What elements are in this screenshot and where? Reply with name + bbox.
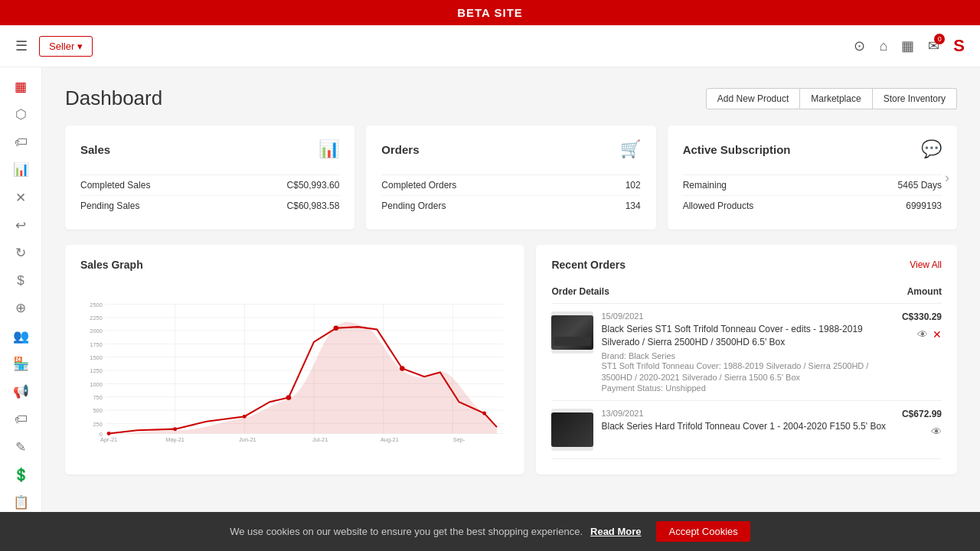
cookie-banner: We use cookies on our website to ensure … [0, 512, 980, 551]
order-date-2: 13/09/2021 [601, 409, 893, 418]
order-product-image [551, 311, 593, 354]
sidebar-item-return[interactable]: ↩ [5, 214, 36, 236]
next-arrow-icon[interactable]: › [945, 170, 949, 186]
hamburger-icon[interactable]: ☰ [15, 37, 28, 54]
orders-title: Orders [381, 143, 419, 156]
sales-graph-card: Sales Graph [65, 245, 524, 474]
sales-title: Sales [80, 143, 110, 156]
sidebar-item-price[interactable]: 💲 [5, 463, 36, 486]
svg-text:Jun-21: Jun-21 [239, 436, 256, 443]
tonneau-cover-image [551, 315, 593, 350]
remaining-row: Remaining 5465 Days [683, 174, 942, 195]
top-navigation: ☰ Seller ▾ ⊙ ⌂ ▦ ✉ 0 S [0, 25, 980, 67]
view-all-link[interactable]: View All [910, 259, 942, 270]
order-details-header: Order Details [551, 286, 609, 297]
seller-button[interactable]: Seller ▾ [39, 36, 93, 57]
cookie-message: We use cookies on our website to ensure … [230, 526, 583, 537]
speedometer-icon[interactable]: ⊙ [854, 37, 865, 54]
order-info: 15/09/2021 Black Series ST1 Soft Trifold… [601, 311, 893, 393]
svg-point-29 [243, 415, 247, 419]
calendar-icon[interactable]: ▦ [901, 37, 914, 54]
completed-sales-value: C$50,993.60 [287, 180, 340, 191]
tonneau-cover-image-2 [551, 412, 593, 447]
svg-point-33 [482, 412, 486, 416]
read-more-link[interactable]: Read More [590, 526, 641, 537]
order-date: 15/09/2021 [601, 311, 893, 321]
pending-sales-value: C$60,983.58 [287, 201, 340, 211]
sidebar-item-store[interactable]: ▦ [5, 75, 36, 98]
order-info-2: 13/09/2021 Black Series Hard Trifold Ton… [601, 409, 893, 433]
header-actions: Add New Product Marketplace Store Invent… [706, 88, 957, 109]
view-order-icon-2[interactable]: 👁 [931, 425, 942, 438]
order-product-name-2: Black Series Hard Trifold Tonneau Cover … [601, 420, 893, 433]
sidebar-item-globe[interactable]: ⊕ [5, 297, 36, 320]
beta-banner-text: BETA SITE [457, 6, 523, 19]
svg-text:Aug-21: Aug-21 [381, 436, 399, 443]
accept-cookies-button[interactable]: Accept Cookies [656, 521, 750, 542]
sidebar-item-clipboard[interactable]: 📋 [5, 491, 36, 514]
orders-table-header: Order Details Amount [551, 280, 942, 304]
remaining-label: Remaining [683, 180, 727, 191]
svg-text:2500: 2500 [90, 302, 102, 308]
graph-title: Sales Graph [80, 259, 509, 271]
order-product-name: Black Series ST1 Soft Trifold Tonneau Co… [601, 323, 893, 349]
stats-row: Sales 📊 Completed Sales C$50,993.60 Pend… [65, 126, 957, 230]
svg-text:750: 750 [93, 394, 102, 401]
sidebar-item-users[interactable]: 👥 [5, 324, 36, 347]
order-product-image-2 [551, 409, 593, 451]
sidebar-item-megaphone[interactable]: 📢 [5, 380, 36, 403]
order-right-section: C$330.29 👁 ✕ [902, 311, 942, 341]
nav-right: ⊙ ⌂ ▦ ✉ 0 S [854, 36, 965, 56]
amount-header: Amount [907, 286, 942, 297]
pending-sales-row: Pending Sales C$60,983.58 [80, 195, 339, 216]
bottom-row: Sales Graph [65, 245, 957, 474]
sidebar-item-edit[interactable]: ✎ [5, 435, 36, 458]
svg-point-28 [173, 427, 177, 431]
view-order-icon[interactable]: 👁 [917, 328, 928, 341]
sidebar-item-refresh[interactable]: ↻ [5, 241, 36, 264]
add-product-button[interactable]: Add New Product [706, 88, 800, 109]
brand-logo[interactable]: S [953, 36, 965, 56]
order-actions: 👁 ✕ [917, 328, 942, 341]
svg-point-32 [400, 366, 405, 371]
page-title: Dashboard [65, 86, 162, 110]
sidebar-item-chart[interactable]: 📊 [5, 158, 36, 181]
marketplace-button[interactable]: Marketplace [800, 88, 872, 109]
svg-text:500: 500 [93, 407, 102, 414]
svg-text:Apr-21: Apr-21 [100, 436, 117, 443]
allowed-products-row: Allowed Products 6999193 [683, 195, 942, 216]
notifications-icon[interactable]: ✉ 0 [928, 37, 939, 54]
svg-text:May-21: May-21 [165, 436, 185, 443]
sidebar-item-box[interactable]: ⬡ [5, 103, 36, 126]
order-amount: C$330.29 [902, 311, 942, 322]
nav-left: ☰ Seller ▾ [15, 36, 93, 57]
sidebar: ▦ ⬡ 🏷 📊 ✕ ↩ ↻ $ ⊕ 👥 🏪 📢 🏷 ✎ 💲 📋 📈 [0, 67, 42, 549]
sidebar-item-label[interactable]: 🏷 [5, 408, 36, 431]
order-right-section-2: C$672.99 👁 [902, 409, 942, 438]
allowed-products-label: Allowed Products [683, 201, 754, 211]
pending-orders-label: Pending Orders [381, 201, 446, 211]
orders-icon: 🛒 [620, 139, 641, 159]
cancel-order-icon[interactable]: ✕ [933, 328, 942, 341]
order-brand: Brand: Black Series [601, 351, 893, 360]
main-content: Dashboard Add New Product Marketplace St… [42, 67, 980, 549]
home-icon[interactable]: ⌂ [879, 38, 887, 54]
sidebar-item-dollar[interactable]: $ [5, 269, 36, 292]
seller-label: Seller [49, 41, 74, 52]
store-inventory-button[interactable]: Store Inventory [873, 88, 957, 109]
sales-card: Sales 📊 Completed Sales C$50,993.60 Pend… [65, 126, 354, 230]
main-layout: ▦ ⬡ 🏷 📊 ✕ ↩ ↻ $ ⊕ 👥 🏪 📢 🏷 ✎ 💲 📋 📈 Dashbo… [0, 67, 980, 549]
svg-point-27 [107, 432, 111, 435]
order-description: ST1 Soft Trifold Tonneau Cover: 1988-201… [601, 360, 893, 384]
sidebar-item-tag[interactable]: 🏷 [5, 130, 36, 153]
svg-text:1750: 1750 [90, 341, 102, 348]
completed-orders-value: 102 [626, 180, 641, 191]
subscription-card-header: Active Subscription 💬 [683, 139, 942, 159]
sidebar-item-cancel[interactable]: ✕ [5, 186, 36, 209]
svg-text:1250: 1250 [90, 367, 102, 374]
svg-text:2250: 2250 [90, 315, 102, 321]
svg-point-31 [334, 325, 339, 331]
orders-header: Recent Orders View All [551, 259, 942, 271]
sidebar-item-warehouse[interactable]: 🏪 [5, 352, 36, 375]
dashboard-header: Dashboard Add New Product Marketplace St… [65, 86, 957, 110]
